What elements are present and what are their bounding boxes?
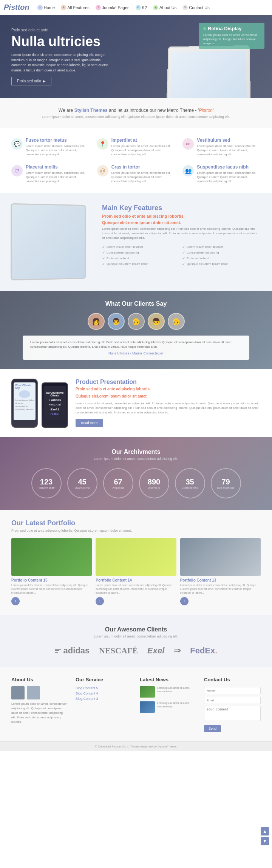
site-logo: Pistton — [4, 3, 29, 12]
contact-send-button[interactable]: Send — [204, 725, 221, 732]
ach-number-0: 123 — [40, 478, 53, 486]
phone-device-2: Our Awesome Clients ≡ adidas NESCAFÉ Exe… — [42, 382, 68, 428]
client-avatar-4[interactable]: 👴 — [168, 313, 185, 330]
mf-list-item-5: ✓Proin sed odio at — [182, 256, 261, 260]
joomla-icon: J — [96, 5, 101, 10]
footer-news-col: Latest News Lorem ipsum dolor sit amet, … — [140, 677, 196, 732]
mf-list-text-5: Proin sed odio at — [187, 257, 209, 260]
laptop-device — [11, 203, 86, 280]
main-features-device — [11, 204, 94, 280]
portfolio-item-desc-0: Lorem ipsum dolor sit amet, consectetuer… — [11, 583, 92, 594]
mf-list-item-6: ✓Quisque eleLorem ipsum dolor — [102, 262, 181, 266]
main-features-subtitle2: Quisque eleLorem ipsum dolor sit amet. — [102, 220, 261, 225]
ach-number-2: 67 — [114, 478, 122, 486]
check-icon-2: ✓ — [102, 251, 105, 255]
feature-content-0: Fusce tortor metus Lorem ipsum dolor sit… — [26, 138, 90, 157]
adidas-line-3 — [55, 652, 58, 653]
feature-desc-4: Lorem ipsum dolor sit amet, consectetur … — [111, 171, 175, 184]
service-link-0[interactable]: Blog Content 5 — [76, 686, 132, 690]
nav-item-joomla[interactable]: J Joomla! Pages — [93, 4, 132, 11]
quote-text: Lorem ipsum dolor sit amet, consectetuer… — [30, 340, 242, 349]
check-icon-1: ✓ — [182, 245, 185, 249]
awesome-clients-title: Our Awesome Clients — [15, 626, 257, 633]
hero-section: Proin sed odio et ante Nulla ultricies L… — [0, 15, 272, 98]
nav-menu: ⌂ Home ★ All Features J Joomla! Pages K … — [35, 4, 212, 11]
retina-dot — [203, 27, 206, 30]
nav-item-about[interactable]: ◉ About Us — [151, 4, 179, 11]
feature-content-3: Placerat mollis Lorem ipsum dolor sit am… — [26, 164, 90, 184]
phone-device-1: What Clients Say Lorem ipsum dolor sit a… — [11, 379, 38, 428]
portfolio-image-2 — [180, 538, 261, 576]
mf-list-item-0: ✓Lorem ipsum dolor sit amet — [102, 245, 181, 249]
feature-item-5: 👥 Suspendisse lacus nibh Lorem ipsum dol… — [182, 164, 261, 184]
main-features-content: Main Key Features Proin sed odio et ante… — [102, 204, 261, 266]
portfolio-btn-2[interactable]: + — [180, 597, 189, 605]
feature-icon-location: 📍 — [97, 138, 108, 150]
k2-icon: K — [136, 5, 141, 10]
contact-email-input[interactable] — [204, 697, 261, 704]
feature-desc-5: Lorem ipsum dolor sit amet, consectetur … — [197, 171, 261, 184]
feature-item-0: 💬 Fusce tortor metus Lorem ipsum dolor s… — [11, 138, 90, 157]
client-avatar-2[interactable]: 👴 — [128, 313, 145, 330]
nav-item-contact[interactable]: ✉ Contact Us — [180, 4, 212, 11]
logo-nescafe: NESCAFÉ — [99, 646, 138, 656]
mf-list-text-1: Lorem ipsum dolor sit amet — [187, 245, 223, 249]
nav-item-features[interactable]: ★ All Features — [59, 4, 92, 11]
portfolio-btn-0[interactable]: + — [11, 597, 20, 605]
hero-description: Lorem ipsum dolor sit amet, consectetur … — [11, 53, 117, 73]
portfolio-subtitle: Proin sed odio et ante adipiscing lobort… — [11, 529, 261, 532]
product-devices: What Clients Say Lorem ipsum dolor sit a… — [11, 379, 68, 428]
mf-list-text-6: Quisque eleLorem ipsum dolor — [107, 262, 148, 266]
contact-name-input[interactable] — [204, 687, 261, 694]
hero-cta-button[interactable]: Proin sed odio ▶ — [11, 77, 51, 85]
portfolio-image-1 — [96, 538, 176, 576]
nav-item-home[interactable]: ⌂ Home — [35, 4, 57, 11]
mf-list-item-3: ✓Consectetuer adipiscing — [182, 251, 261, 255]
news-text-1: Lorem ipsum dolor sit amet, consectetuer… — [157, 701, 196, 713]
footer-about-text: Lorem ipsum dolor sit amet, consectetuer… — [11, 702, 68, 724]
ach-circle-1: 45 Vivamus orci — [67, 468, 97, 498]
product-content: Product Presentation Proin sed odio et a… — [76, 379, 261, 428]
clients-say-section: What Our Clients Say 👩 👨 👴 👦 👴 Lorem ips… — [0, 291, 272, 369]
footer-news-item-1: Lorem ipsum dolor sit amet, consectetuer… — [140, 701, 196, 713]
feature-title-3: Placerat mollis — [26, 164, 90, 170]
main-features-subtitle: Proin sed odio et ante adipiscing lobort… — [102, 214, 261, 218]
contact-comment-input[interactable] — [204, 706, 261, 721]
footer-news-item-0: Lorem ipsum dolor sit amet, consectetuer… — [140, 686, 196, 698]
main-features-section: Main Key Features Proin sed odio et ante… — [0, 193, 272, 291]
check-icon-0: ✓ — [102, 245, 105, 249]
ach-label-4: Curabitur Nec — [182, 486, 198, 489]
footer-contact-title: Contact Us — [204, 677, 261, 682]
ach-label-5: Duis est lectus — [217, 486, 235, 489]
portfolio-grid: Portfolio Content 15 Lorem ipsum dolor s… — [11, 538, 261, 605]
footer-grid: About Us Lorem ipsum dolor sit amet, con… — [11, 677, 261, 732]
ach-circle-0: 123 Tincidunt quam — [31, 468, 62, 498]
read-more-button[interactable]: Read more — [76, 419, 103, 427]
awesome-clients-subtitle: Lorem ipsum dolor sit amet, consectetuer… — [15, 634, 257, 638]
intro-brand: Pistton — [199, 108, 213, 113]
product-subtitle2: Quisque eleLorem ipsum dolor sit amet. — [76, 394, 261, 398]
feature-title-2: Vestibulum sed — [197, 138, 261, 143]
adidas-lines-icon — [55, 649, 61, 653]
mf-list-item-1: ✓Lorem ipsum dolor sit amet — [182, 245, 261, 249]
service-link-2[interactable]: Blog Content 3 — [76, 697, 132, 701]
check-icon-3: ✓ — [182, 251, 185, 255]
footer-avatar-2 — [27, 686, 40, 699]
footer-service-title: Our Service — [76, 677, 132, 682]
nav-label-home: Home — [44, 5, 55, 10]
intro-highlight: Stylish Themes — [74, 108, 108, 113]
check-icon-4: ✓ — [102, 256, 105, 260]
portfolio-item-1: Portfolio Content 14 Lorem ipsum dolor s… — [96, 538, 176, 605]
feature-item-1: 📍 Imperdiet at Lorem ipsum dolor sit ame… — [97, 138, 175, 157]
ach-number-5: 79 — [221, 478, 230, 486]
client-avatar-0[interactable]: 👩 — [88, 313, 105, 330]
nav-label-k2: K2 — [142, 5, 147, 10]
portfolio-item-0: Portfolio Content 15 Lorem ipsum dolor s… — [11, 538, 92, 605]
service-link-1[interactable]: Blog Content 4 — [76, 692, 132, 695]
client-avatar-1[interactable]: 👨 — [108, 313, 125, 330]
client-avatar-3[interactable]: 👦 — [148, 313, 165, 330]
portfolio-btn-1[interactable]: + — [96, 597, 104, 605]
nav-item-k2[interactable]: K K2 — [133, 4, 149, 11]
hero-retina-badge: Retina Display Lorem ipsum dolor sit ame… — [199, 23, 264, 49]
news-thumb-1 — [140, 701, 155, 713]
